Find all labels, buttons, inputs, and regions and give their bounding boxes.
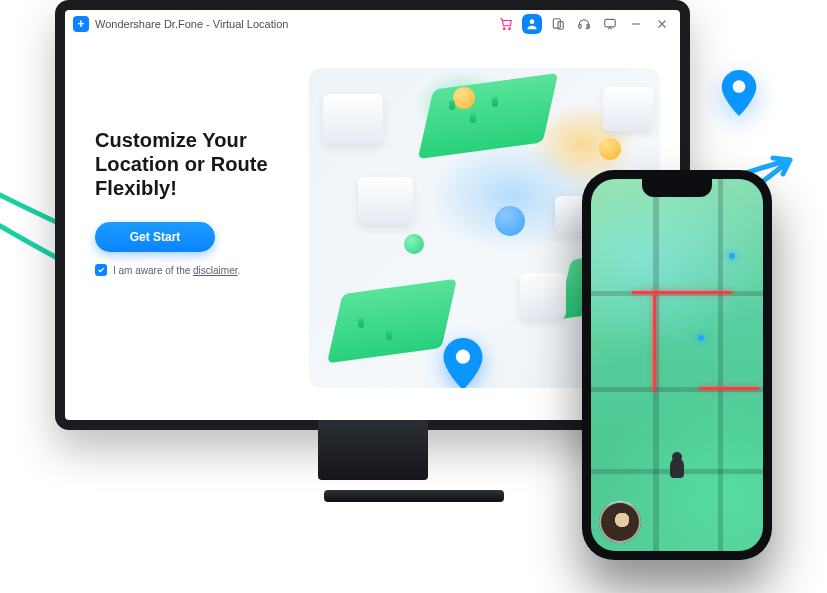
headset-icon[interactable] [574,14,594,34]
monitor-stand [324,490,504,502]
svg-rect-5 [579,25,581,28]
device-icon[interactable] [548,14,568,34]
svg-point-1 [509,28,511,30]
window-titlebar: + Wondershare Dr.Fone - Virtual Location [65,10,680,38]
disclaimer-text: I am aware of the disclaimer. [113,265,240,276]
app-icon: + [73,16,89,32]
svg-point-8 [456,350,470,364]
floating-pin-icon [721,70,757,116]
window-title: Wondershare Dr.Fone - Virtual Location [95,18,288,30]
svg-rect-3 [553,19,560,28]
close-icon[interactable] [652,14,672,34]
page-title: Customize Your Location or Route Flexibl… [95,128,295,200]
player-avatar[interactable] [599,501,641,543]
svg-rect-7 [605,19,616,27]
user-icon[interactable] [522,14,542,34]
disclaimer-checkbox[interactable] [95,264,107,276]
player-character [670,458,684,478]
svg-point-2 [530,19,535,24]
phone-frame [582,170,772,560]
get-start-button[interactable]: Get Start [95,222,215,252]
disclaimer-link[interactable]: disclaimer [193,265,237,276]
svg-point-9 [733,80,746,93]
minimize-icon[interactable] [626,14,646,34]
chat-icon[interactable] [600,14,620,34]
game-map [591,179,763,551]
cart-icon[interactable] [496,14,516,34]
map-pin-icon [443,338,483,388]
svg-point-0 [503,28,505,30]
